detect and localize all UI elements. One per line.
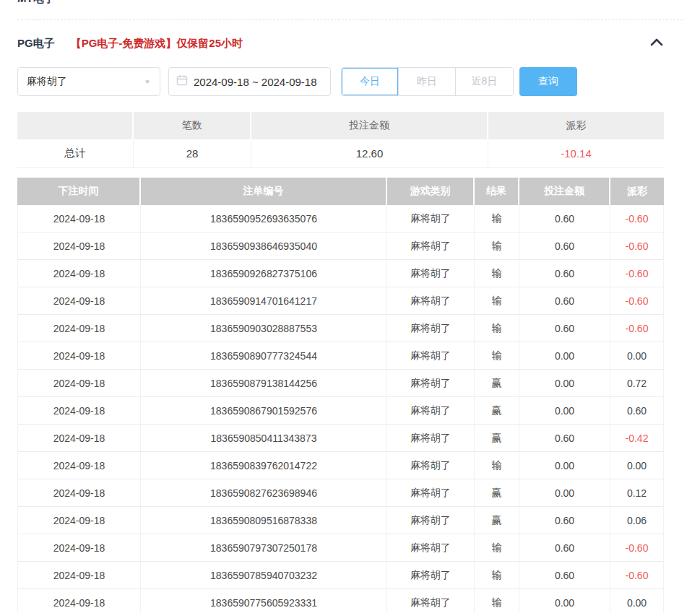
result-cell: 输: [475, 342, 519, 369]
order-number-cell: 1836590938646935040: [141, 232, 387, 259]
chevron-up-icon: [649, 36, 664, 51]
table-row: 2024-09-18 1836590952693635076 麻将胡了 输 0.…: [18, 205, 663, 232]
result-cell: 输: [475, 589, 519, 613]
summary-header-bet-amount: 投注金额: [251, 112, 488, 139]
table-row: 2024-09-18 1836590809516878338 麻将胡了 赢 0.…: [18, 507, 663, 534]
previous-section-title: MT电子: [17, 0, 700, 6]
bet-amount-cell: 0.60: [519, 425, 610, 451]
payout-cell: 0.60: [610, 397, 663, 424]
last-8-days-button[interactable]: 近8日: [456, 68, 513, 95]
records-header-row: 下注时间 注单编号 游戏类别 结果 投注金额 派彩: [17, 178, 664, 205]
order-number-cell: 1836590850411343873: [141, 425, 387, 451]
bet-amount-cell: 0.60: [519, 534, 610, 561]
summary-header-row: 笔数 投注金额 派彩: [17, 112, 664, 139]
payout-cell: -0.60: [610, 287, 663, 314]
header-order-number: 注单编号: [141, 178, 387, 205]
payout-cell: 0.00: [610, 342, 663, 369]
bet-amount-cell: 0.60: [519, 562, 610, 588]
bet-amount-cell: 0.00: [519, 452, 610, 479]
game-type-cell: 麻将胡了: [387, 479, 475, 506]
bet-time-cell: 2024-09-18: [18, 589, 141, 613]
result-cell: 输: [475, 232, 519, 259]
calendar-icon: [176, 74, 188, 89]
bet-time-cell: 2024-09-18: [18, 370, 141, 396]
table-row: 2024-09-18 1836590903028887553 麻将胡了 输 0.…: [18, 315, 663, 342]
table-row: 2024-09-18 1836590914701641217 麻将胡了 输 0.…: [18, 287, 663, 315]
payout-cell: -0.60: [610, 260, 663, 287]
payout-cell: -0.60: [610, 205, 663, 232]
report-page: MT电子 PG电子 【PG电子-免费游戏】仅保留25小时 麻将胡了 ▼ 2024…: [0, 0, 700, 613]
payout-cell: -0.60: [610, 232, 663, 259]
order-number-cell: 1836590867901592576: [141, 397, 387, 424]
today-button[interactable]: 今日: [342, 68, 399, 95]
game-type-cell: 麻将胡了: [387, 370, 475, 396]
summary-total-payout: -10.14: [488, 139, 664, 168]
result-cell: 赢: [475, 479, 519, 506]
order-number-cell: 1836590903028887553: [141, 315, 387, 342]
records-table: 下注时间 注单编号 游戏类别 结果 投注金额 派彩 2024-09-18 183…: [17, 178, 664, 613]
header-payout: 派彩: [610, 178, 664, 205]
table-row: 2024-09-18 1836590938646935040 麻将胡了 输 0.…: [18, 232, 663, 260]
bet-amount-cell: 0.60: [519, 507, 610, 534]
table-row: 2024-09-18 1836590890777324544 麻将胡了 输 0.…: [18, 342, 663, 370]
bet-amount-cell: 0.00: [519, 397, 610, 424]
game-type-cell: 麻将胡了: [387, 232, 475, 259]
game-type-cell: 麻将胡了: [387, 507, 475, 534]
section-title: PG电子: [17, 37, 55, 51]
payout-cell: 0.12: [610, 479, 663, 506]
summary-total-bet-amount: 12.60: [251, 139, 488, 168]
bet-time-cell: 2024-09-18: [18, 232, 141, 259]
header-bet-time: 下注时间: [17, 178, 141, 205]
bet-amount-cell: 0.00: [519, 370, 610, 396]
date-range-value: 2024-09-18 ~ 2024-09-18: [194, 76, 317, 88]
order-number-cell: 1836590785940703232: [141, 562, 387, 588]
result-cell: 输: [475, 287, 519, 314]
collapse-section-button[interactable]: [649, 36, 664, 51]
section-notice: 【PG电子-免费游戏】仅保留25小时: [71, 37, 243, 51]
order-number-cell: 1836590952693635076: [141, 205, 387, 232]
order-number-cell: 1836590926827375106: [141, 260, 387, 287]
result-cell: 输: [475, 315, 519, 342]
chevron-down-icon: ▼: [144, 79, 151, 85]
date-range-input[interactable]: 2024-09-18 ~ 2024-09-18: [168, 67, 331, 96]
bet-amount-cell: 0.60: [519, 287, 610, 314]
table-row: 2024-09-18 1836590797307250178 麻将胡了 输 0.…: [18, 534, 663, 562]
payout-cell: -0.60: [610, 562, 663, 588]
order-number-cell: 1836590775605923331: [141, 589, 387, 613]
summary-header-count: 笔数: [134, 112, 251, 139]
order-number-cell: 1836590797307250178: [141, 534, 387, 561]
result-cell: 赢: [475, 425, 519, 451]
summary-total-label: 总计: [17, 139, 134, 168]
bet-amount-cell: 0.60: [519, 260, 610, 287]
bet-time-cell: 2024-09-18: [18, 507, 141, 534]
yesterday-button[interactable]: 昨日: [399, 68, 456, 95]
game-type-cell: 麻将胡了: [387, 342, 475, 369]
bet-amount-cell: 0.00: [519, 589, 610, 613]
query-button[interactable]: 查询: [519, 67, 577, 96]
bet-time-cell: 2024-09-18: [18, 315, 141, 342]
records-body: 2024-09-18 1836590952693635076 麻将胡了 输 0.…: [17, 205, 664, 613]
payout-cell: 0.00: [610, 589, 663, 613]
order-number-cell: 1836590879138144256: [141, 370, 387, 396]
game-type-cell: 麻将胡了: [387, 205, 475, 232]
table-row: 2024-09-18 1836590827623698946 麻将胡了 赢 0.…: [18, 479, 663, 507]
table-row: 2024-09-18 1836590926827375106 麻将胡了 输 0.…: [18, 260, 663, 287]
header-result: 结果: [475, 178, 519, 205]
table-row: 2024-09-18 1836590879138144256 麻将胡了 赢 0.…: [18, 370, 663, 397]
game-select[interactable]: 麻将胡了 ▼: [17, 67, 160, 96]
game-type-cell: 麻将胡了: [387, 452, 475, 479]
game-type-cell: 麻将胡了: [387, 397, 475, 424]
order-number-cell: 1836590890777324544: [141, 342, 387, 369]
order-number-cell: 1836590839762014722: [141, 452, 387, 479]
result-cell: 赢: [475, 397, 519, 424]
payout-cell: 0.06: [610, 507, 663, 534]
bet-time-cell: 2024-09-18: [18, 205, 141, 232]
section-header: PG电子 【PG电子-免费游戏】仅保留25小时: [17, 36, 664, 51]
result-cell: 赢: [475, 370, 519, 396]
result-cell: 输: [475, 562, 519, 588]
bet-amount-cell: 0.60: [519, 232, 610, 259]
bet-amount-cell: 0.00: [519, 479, 610, 506]
bet-time-cell: 2024-09-18: [18, 425, 141, 451]
table-row: 2024-09-18 1836590850411343873 麻将胡了 赢 0.…: [18, 425, 663, 452]
summary-table: 笔数 投注金额 派彩 总计 28 12.60 -10.14: [17, 112, 664, 168]
